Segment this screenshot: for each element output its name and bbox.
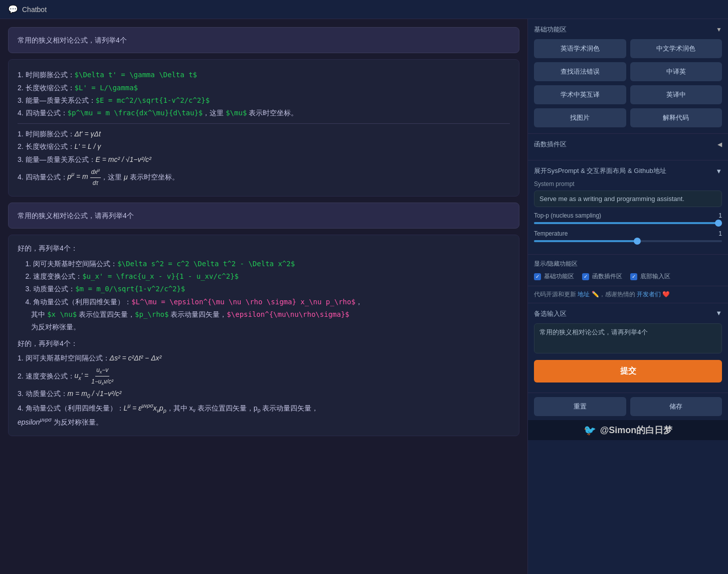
credit-heart: ❤️ bbox=[662, 291, 670, 298]
btn-grammar-check[interactable]: 查找语法错误 bbox=[534, 62, 626, 81]
sysprompt-arrow[interactable]: ▼ bbox=[715, 167, 722, 175]
basic-functions-section: 基础功能区 ▼ 英语学术润色 中文学术润色 查找语法错误 中译英 学术中英互译 … bbox=[528, 19, 728, 134]
credit-row: 代码开源和更新 地址 ✏️，感谢热情的 开发者们 ❤️ bbox=[528, 286, 728, 303]
top-p-row: Top-p (nucleus sampling) 1 bbox=[534, 212, 722, 219]
f2-3-raw: $m = m_0/\sqrt{1-v^2/c^2}$ bbox=[75, 285, 185, 293]
rf2-2: ux' = ux−v1−uxv/c² bbox=[75, 371, 114, 379]
app-title: Chatbot bbox=[22, 6, 47, 14]
f2-2-raw: $u_x' = \frac{u_x - v}{1 - u_xv/c^2}$ bbox=[82, 272, 239, 280]
top-p-slider-track[interactable] bbox=[534, 222, 722, 224]
r-formula1: Δt' = γΔt bbox=[75, 130, 101, 138]
checkbox-bottom[interactable]: ✓ 底部输入区 bbox=[630, 272, 670, 281]
f2-4-x: $x \nu$ bbox=[47, 310, 77, 318]
reset-button[interactable]: 重置 bbox=[534, 397, 626, 416]
plugin-section-title: 函数插件区 bbox=[534, 140, 567, 149]
rf2-eps: epsilonμνρσ bbox=[18, 418, 52, 426]
alt-input-title: 备选输入区 bbox=[534, 309, 567, 318]
app-header: 💬 Chatbot bbox=[0, 0, 728, 19]
f2-4-raw: $L^\mu = \epsilon^{\mu \nu \rho \sigma} … bbox=[131, 298, 355, 306]
checkbox-basic-box: ✓ bbox=[534, 273, 541, 280]
checkbox-bottom-box: ✓ bbox=[630, 273, 637, 280]
top-p-label: Top-p (nucleus sampling) bbox=[534, 212, 707, 219]
alt-input-textarea[interactable]: 常用的狭义相对论公式，请再列举4个 bbox=[534, 323, 722, 353]
temperature-value: 1 bbox=[707, 230, 722, 237]
assistant-message-2: 好的，再列举4个： 1. 闵可夫斯基时空间隔公式：$\Delta s^2 = c… bbox=[8, 235, 519, 436]
checkbox-basic[interactable]: ✓ 基础功能区 bbox=[534, 272, 574, 281]
main-layout: 常用的狭义相对论公式，请列举4个 1. 时间膨胀公式：$\Delta t' = … bbox=[0, 19, 728, 574]
divider1 bbox=[18, 123, 510, 124]
checkbox-bottom-label: 底部输入区 bbox=[640, 272, 670, 281]
btn-academic-trans[interactable]: 学术中英互译 bbox=[534, 85, 626, 104]
response2-intro2: 好的，再列举4个： bbox=[18, 337, 510, 350]
formula1-raw: $\Delta t' = \gamma \Delta t$ bbox=[75, 71, 197, 79]
alt-arrow[interactable]: ▼ bbox=[715, 309, 722, 318]
btn-en-polish[interactable]: 英语学术润色 bbox=[534, 39, 626, 58]
btn-explain-code[interactable]: 解释代码 bbox=[630, 108, 722, 127]
user-message-1: 常用的狭义相对论公式，请列举4个 bbox=[8, 27, 519, 53]
chatbot-icon: 💬 bbox=[8, 5, 18, 14]
temperature-row: Temperature 1 bbox=[534, 230, 722, 237]
f2-4-p: $p_\rho$ bbox=[135, 310, 168, 318]
r-formula4-note: μ bbox=[124, 172, 128, 180]
checkbox-row: ✓ 基础功能区 ✓ 函数插件区 ✓ 底部输入区 bbox=[534, 272, 722, 281]
alt-input-section: 备选输入区 ▼ 常用的狭义相对论公式，请再列举4个 提交 bbox=[528, 303, 728, 393]
visibility-title: 显示/隐藏功能区 bbox=[534, 260, 722, 268]
basic-section-header: 基础功能区 ▼ bbox=[534, 25, 722, 34]
sysprompt-header: 展开SysPrompt & 交互界面布局 & Github地址 ▼ bbox=[534, 166, 722, 175]
r-formula4: pμ = m dxμdτ bbox=[68, 172, 101, 180]
save-button[interactable]: 储存 bbox=[630, 397, 722, 416]
rf2-4: Lμ = εμνρσxνpρ bbox=[124, 404, 166, 412]
checkbox-plugin-box: ✓ bbox=[582, 273, 589, 280]
f2-4-eps: $\epsilon^{\mu\nu\rho\sigma}$ bbox=[227, 310, 349, 318]
top-p-fill bbox=[534, 222, 722, 224]
plugin-section-header: 函数插件区 ◀ bbox=[534, 140, 722, 149]
alt-input-header: 备选输入区 ▼ bbox=[534, 309, 722, 318]
btn-zh-en[interactable]: 中译英 bbox=[630, 62, 722, 81]
formula-list2-rendered: 1. 闵可夫斯基时空间隔公式：Δs² = c²Δt² − Δx² 2. 速度变换… bbox=[18, 352, 510, 429]
credit-mid: ✏️，感谢热情的 bbox=[592, 291, 635, 298]
temperature-fill bbox=[534, 240, 637, 242]
formula2-raw: $L' = L/\gamma$ bbox=[75, 84, 138, 92]
top-p-thumb[interactable] bbox=[715, 220, 722, 227]
credit-link[interactable]: 地址 bbox=[578, 291, 590, 298]
plugin-arrow[interactable]: ◀ bbox=[717, 141, 722, 148]
btn-find-image[interactable]: 找图片 bbox=[534, 108, 626, 127]
response2-intro: 好的，再列举4个： bbox=[18, 242, 510, 255]
sidebar: 基础功能区 ▼ 英语学术润色 中文学术润色 查找语法错误 中译英 学术中英互译 … bbox=[527, 19, 728, 574]
formula-list2-raw: 1. 闵可夫斯基时空间隔公式：$\Delta s^2 = c^2 \Delta … bbox=[18, 258, 510, 333]
f2-1-raw: $\Delta s^2 = c^2 \Delta t^2 - \Delta x^… bbox=[117, 260, 295, 268]
top-p-value: 1 bbox=[707, 212, 722, 219]
formula3-raw: $E = mc^2/\sqrt{1-v^2/c^2}$ bbox=[96, 96, 210, 104]
bottom-buttons: 重置 储存 bbox=[528, 393, 728, 420]
formula-list-raw: 1. 时间膨胀公式：$\Delta t' = \gamma \Delta t$ … bbox=[18, 69, 510, 119]
weibo-icon: 🐦 bbox=[584, 424, 596, 436]
user-message-2: 常用的狭义相对论公式，请再列举4个 bbox=[8, 203, 519, 229]
temperature-slider-track[interactable] bbox=[534, 240, 722, 242]
basic-section-arrow[interactable]: ▼ bbox=[716, 26, 722, 33]
sysprompt-title: 展开SysPrompt & 交互界面布局 & Github地址 bbox=[534, 166, 666, 175]
rf2-1: Δs² = c²Δt² − Δx² bbox=[110, 354, 162, 362]
r-formula2: L' = L / γ bbox=[75, 142, 101, 150]
formula4-note: $\mu$ bbox=[226, 109, 247, 117]
watermark-text: @Simon的白日梦 bbox=[600, 424, 673, 436]
btn-en-zh[interactable]: 英译中 bbox=[630, 85, 722, 104]
visibility-section: 显示/隐藏功能区 ✓ 基础功能区 ✓ 函数插件区 ✓ 底部输入区 bbox=[528, 255, 728, 286]
r-formula3: E = mc² / √1−v²/c² bbox=[96, 155, 151, 163]
plugin-section: 函数插件区 ◀ bbox=[528, 134, 728, 160]
chat-panel: 常用的狭义相对论公式，请列举4个 1. 时间膨胀公式：$\Delta t' = … bbox=[0, 19, 527, 574]
temperature-thumb[interactable] bbox=[634, 238, 641, 245]
credit-prefix: 代码开源和更新 bbox=[534, 291, 576, 298]
formula-list-rendered: 1. 时间膨胀公式：Δt' = γΔt 2. 长度收缩公式：L' = L / γ… bbox=[18, 128, 510, 188]
checkbox-plugin[interactable]: ✓ 函数插件区 bbox=[582, 272, 622, 281]
watermark: 🐦 @Simon的白日梦 bbox=[528, 420, 728, 440]
credit-contributors[interactable]: 开发者们 bbox=[637, 291, 661, 298]
formula4-raw: $p^\mu = m \frac{dx^\mu}{d\tau}$ bbox=[68, 109, 203, 117]
user-text-1: 常用的狭义相对论公式，请列举4个 bbox=[18, 36, 127, 44]
rf2-3: m = m0 / √1−v²/c² bbox=[68, 390, 122, 398]
submit-button[interactable]: 提交 bbox=[534, 360, 722, 382]
assistant-message-1: 1. 时间膨胀公式：$\Delta t' = \gamma \Delta t$ … bbox=[8, 59, 519, 196]
checkbox-basic-label: 基础功能区 bbox=[544, 272, 574, 281]
temperature-label: Temperature bbox=[534, 230, 707, 237]
basic-section-title: 基础功能区 bbox=[534, 25, 567, 34]
btn-zh-polish[interactable]: 中文学术润色 bbox=[630, 39, 722, 58]
